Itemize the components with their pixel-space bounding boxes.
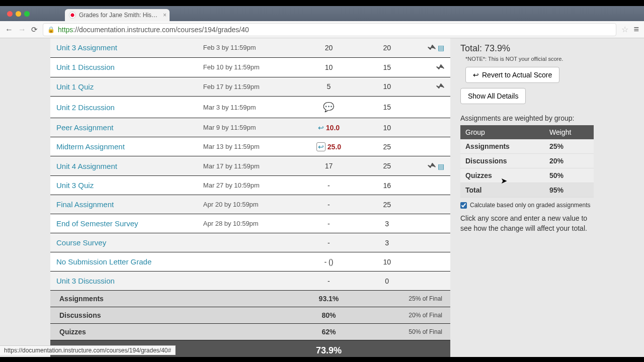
minimize-window-icon[interactable] [16,11,21,17]
assignment-link[interactable]: End of Semester Survey [56,219,138,228]
weights-table: Group Weight Assignments25%Discussions20… [460,125,594,198]
score-value[interactable]: - [328,277,330,285]
assignment-link[interactable]: Unit 2 Discussion [56,103,115,112]
sidebar-note: *NOTE*: This is NOT your official score. [465,56,594,62]
assignment-link[interactable]: Peer Assignment [56,123,113,132]
browser-menu-icon[interactable]: ≡ [633,24,639,35]
sidebar-total: Total: 73.9% [460,43,594,54]
calculate-graded-only-label: Calculate based only on graded assignmen… [470,202,590,209]
score-cell[interactable]: 💬 [293,97,364,118]
row-icons [410,233,450,252]
revert-score-button[interactable]: ↩ Revert to Actual Score [465,67,559,83]
due-date [197,272,293,291]
close-window-icon[interactable] [7,11,13,17]
rubric-icon[interactable]: ▤ [438,44,444,52]
weight-group: Assignments [460,139,544,154]
due-date: Feb 10 by 11:59pm [197,57,293,77]
table-row: Unit 3 AssignmentFeb 3 by 11:59pm2020▤ [50,38,450,57]
weights-header-group: Group [460,125,544,139]
score-value[interactable]: - [328,220,330,228]
score-value[interactable]: - [328,239,330,247]
summary-name: Discussions [50,307,293,324]
score-cell[interactable]: 10 [293,57,364,77]
max-points: 0 [364,272,410,291]
reply-icon[interactable]: ↩ [316,142,326,151]
weight-group: Discussions [460,154,544,168]
tab-title: Grades for Jane Smith: His… [79,12,157,19]
forward-button: → [18,25,26,34]
assignment-link[interactable]: Unit 3 Assignment [56,43,117,52]
assignment-link[interactable]: Final Assignment [56,200,114,209]
score-cell[interactable]: 20 [293,38,364,57]
browser-statusbar: https://documentation.instructure.com/co… [0,345,176,355]
score-value[interactable]: - () [325,258,334,266]
zoom-window-icon[interactable] [24,11,30,17]
score-cell[interactable]: - () [293,252,364,272]
row-icons [410,176,450,195]
assignment-link[interactable]: Unit 1 Quiz [56,82,94,91]
assignment-link[interactable]: Course Survey [56,238,106,247]
weight-row: Quizzes50% [460,168,594,183]
score-value[interactable]: 5 [327,82,331,90]
url-field[interactable]: 🔒 https://documentation.instructure.com/… [43,23,616,36]
assignment-link[interactable]: Unit 1 Discussion [56,63,115,71]
summary-row: Discussions80%20% of Final [50,307,450,324]
score-value[interactable]: - [328,201,330,209]
bookmark-star-icon[interactable]: ☆ [621,25,628,34]
back-button[interactable]: ← [5,25,13,34]
due-date [197,233,293,252]
max-points: 3 [364,214,410,233]
assignment-link[interactable]: Midterm Assignment [56,142,125,151]
score-cell[interactable]: 5 [293,77,364,97]
row-icons [410,118,450,137]
sidebar: Total: 73.9% *NOTE*: This is NOT your of… [460,43,594,362]
max-points: 10 [364,252,410,272]
assignment-link[interactable]: No Submission Letter Grade [56,257,151,266]
row-icons [410,272,450,291]
score-value[interactable]: - [328,182,330,190]
table-row: No Submission Letter Grade- ()10 [50,252,450,272]
score-value[interactable]: 10 [325,63,333,71]
window-controls[interactable] [7,11,30,17]
calculate-graded-only-checkbox[interactable] [460,202,467,209]
summary-row: Assignments93.1%25% of Final [50,291,450,307]
table-row: Unit 2 DiscussionMar 3 by 11:59pm💬15 [50,97,450,118]
table-row: End of Semester SurveyApr 28 by 10:59pm-… [50,214,450,233]
max-points: 15 [364,57,410,77]
row-icons: ▤ [410,38,450,57]
show-all-details-button[interactable]: Show All Details [460,88,526,104]
max-points: 25 [364,137,410,156]
graded-check-icon [436,82,444,91]
score-cell[interactable]: ↩25.0 [293,137,364,156]
url-path: ://documentation.instructure.com/courses… [73,26,249,34]
max-points: 15 [364,97,410,118]
reload-button[interactable]: ⟳ [31,25,38,34]
assignment-link[interactable]: Unit 3 Quiz [56,181,94,190]
score-cell[interactable]: - [293,272,364,291]
score-value[interactable]: 17 [325,162,333,170]
reply-icon[interactable]: ↩ [318,124,324,132]
assignment-link[interactable]: Unit 3 Discussion [56,277,115,285]
due-date: Feb 17 by 11:59pm [197,77,293,97]
score-value[interactable]: 10.0 [326,124,340,132]
page-content: Unit 3 AssignmentFeb 3 by 11:59pm2020▤Un… [0,38,644,362]
close-tab-icon[interactable]: × [163,12,167,19]
weight-row: Assignments25% [460,139,594,154]
browser-tab[interactable]: Grades for Jane Smith: His… × [65,9,170,21]
score-cell[interactable]: - [293,214,364,233]
score-cell[interactable]: - [293,195,364,214]
weight-row: Discussions20% [460,154,594,168]
score-cell[interactable]: ↩10.0 [293,118,364,137]
score-value[interactable]: 20 [325,44,333,52]
comment-icon[interactable]: 💬 [323,102,334,112]
score-cell[interactable]: - [293,233,364,252]
score-value[interactable]: 25.0 [328,143,341,151]
calculate-graded-only-row[interactable]: Calculate based only on graded assignmen… [460,202,594,209]
score-cell[interactable]: - [293,176,364,195]
due-date: Mar 3 by 11:59pm [197,97,293,118]
assignment-link[interactable]: Unit 4 Assignment [56,162,117,170]
weighted-text: Assignments are weighted by group: [460,114,594,122]
score-cell[interactable]: 17 [293,156,364,176]
rubric-icon[interactable]: ▤ [438,162,444,170]
table-row: Peer AssignmentMar 9 by 11:59pm↩10.010 [50,118,450,137]
